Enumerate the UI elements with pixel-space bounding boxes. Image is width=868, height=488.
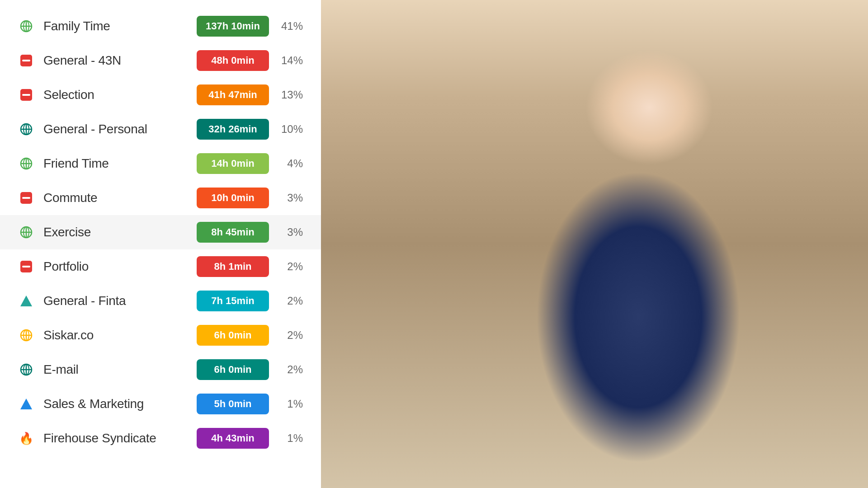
percent-label: 1% [278,432,303,445]
list-item[interactable]: Family Time 137h 10min 41% [0,9,321,43]
svg-marker-33 [20,399,32,409]
percent-label: 10% [278,123,303,136]
svg-rect-23 [22,266,30,267]
list-item[interactable]: Friend Time 14h 0min 4% [0,146,321,181]
percent-label: 3% [278,192,303,204]
right-panel [321,0,868,488]
item-name: General - 43N [43,53,197,68]
percent-label: 2% [278,260,303,273]
svg-rect-17 [22,197,30,199]
item-icon [18,155,34,172]
item-name: Commute [43,191,197,205]
percent-label: 2% [278,363,303,376]
left-panel: Family Time 137h 10min 41% General - 43N… [0,0,321,488]
item-name: E-mail [43,362,197,377]
item-name: Firehouse Syndicate [43,431,197,446]
time-badge: 41h 47min [197,84,269,105]
percent-label: 2% [278,329,303,342]
time-badge: 48h 0min [197,50,269,71]
time-badge: 7h 15min [197,291,269,311]
list-item[interactable]: E-mail 6h 0min 2% [0,352,321,387]
percent-label: 3% [278,226,303,239]
item-name: Siskar.co [43,328,197,343]
item-icon [18,361,34,378]
list-item[interactable]: General - Finta 7h 15min 2% [0,284,321,318]
list-item[interactable]: Siskar.co 6h 0min 2% [0,318,321,352]
list-item[interactable]: General - 43N 48h 0min 14% [0,43,321,78]
item-name: Friend Time [43,156,197,171]
time-badge: 8h 45min [197,222,269,243]
item-name: General - Finta [43,294,197,308]
list-item[interactable]: 🔥 Firehouse Syndicate 4h 43min 1% [0,421,321,455]
svg-rect-7 [22,94,30,96]
item-icon [18,293,34,309]
activity-list: Family Time 137h 10min 41% General - 43N… [0,0,321,465]
time-badge: 8h 1min [197,256,269,277]
percent-label: 14% [278,54,303,67]
percent-label: 41% [278,20,303,33]
item-icon [18,18,34,34]
percent-label: 13% [278,89,303,101]
item-name: Family Time [43,19,197,33]
list-item[interactable]: Exercise 8h 45min 3% [0,215,321,249]
svg-marker-24 [20,296,32,306]
time-badge: 6h 0min [197,359,269,380]
person-photo [321,0,868,488]
list-item[interactable]: General - Personal 32h 26min 10% [0,112,321,146]
item-icon [18,258,34,275]
item-icon [18,121,34,137]
time-badge: 137h 10min [197,16,269,37]
time-badge: 10h 0min [197,188,269,208]
item-icon [18,396,34,412]
list-item[interactable]: Sales & Marketing 5h 0min 1% [0,387,321,421]
list-item[interactable]: Commute 10h 0min 3% [0,181,321,215]
item-icon [18,87,34,103]
percent-label: 1% [278,398,303,410]
item-icon [18,224,34,240]
item-icon: 🔥 [18,430,34,446]
item-icon [18,327,34,343]
list-item[interactable]: Portfolio 8h 1min 2% [0,249,321,284]
time-badge: 6h 0min [197,325,269,346]
item-name: Sales & Marketing [43,397,197,411]
time-badge: 5h 0min [197,394,269,414]
list-item[interactable]: Selection 41h 47min 13% [0,78,321,112]
item-name: Portfolio [43,259,197,274]
time-badge: 14h 0min [197,153,269,174]
item-icon [18,190,34,206]
svg-rect-5 [22,60,30,61]
item-name: Selection [43,88,197,102]
item-name: General - Personal [43,122,197,136]
percent-label: 4% [278,157,303,170]
time-badge: 4h 43min [197,428,269,449]
time-badge: 32h 26min [197,119,269,140]
item-icon [18,52,34,69]
item-name: Exercise [43,225,197,239]
percent-label: 2% [278,295,303,307]
